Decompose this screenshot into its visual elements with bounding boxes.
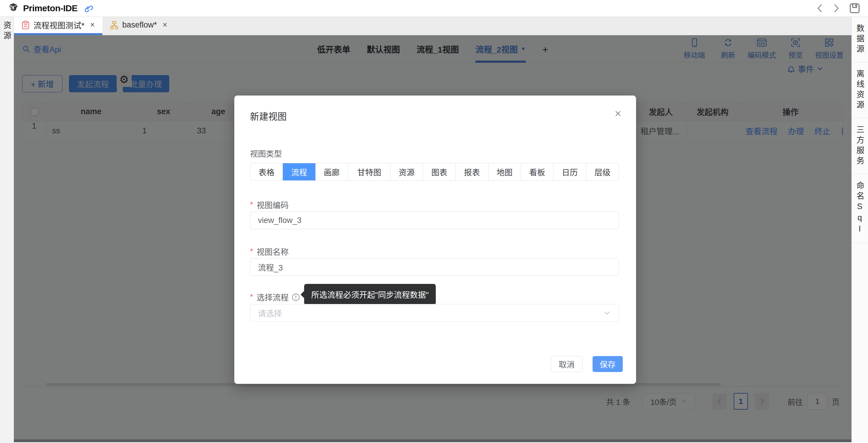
flow-tooltip: 所选流程必须开起"同步流程数据" [304, 284, 436, 305]
view-type-gallery[interactable]: 画廊 [315, 163, 348, 180]
view-type-label: 视图类型 [250, 148, 282, 159]
new-view-modal: 新建视图 × 视图类型 表格 流程 画廊 甘特图 资源 图表 报表 地图 看板 … [234, 96, 636, 384]
flow-doc-icon [110, 21, 118, 30]
modal-footer: 取消 保存 [551, 356, 623, 372]
tooltip-arrow [301, 291, 304, 298]
view-type-segment: 表格 流程 画廊 甘特图 资源 图表 报表 地图 看板 日历 层级 [250, 163, 619, 181]
app-header: Primeton-IDE [0, 0, 868, 17]
app-title: Primeton-IDE [23, 3, 78, 13]
rail-item-named-sql[interactable]: 命名Sql [852, 174, 868, 243]
doc-tab-bar: 流程视图测试* × baseflow* × [14, 17, 851, 35]
view-type-gantt[interactable]: 甘特图 [348, 163, 390, 180]
view-type-calendar[interactable]: 日历 [553, 163, 586, 180]
doc-tab-baseflow[interactable]: baseflow* × [102, 17, 175, 35]
view-name-input[interactable] [250, 258, 619, 276]
close-modal-icon[interactable]: × [615, 108, 621, 119]
close-tab-icon[interactable]: × [162, 21, 167, 30]
nav-back-icon[interactable] [816, 3, 824, 13]
view-type-chart[interactable]: 图表 [423, 163, 455, 180]
select-flow-dropdown[interactable]: 请选择 [250, 304, 619, 322]
select-placeholder: 请选择 [258, 307, 282, 319]
info-icon[interactable] [292, 293, 300, 302]
save-button[interactable]: 保存 [593, 356, 623, 372]
cancel-button[interactable]: 取消 [551, 356, 583, 372]
required-mark: * [250, 292, 253, 302]
view-type-report[interactable]: 报表 [456, 163, 488, 180]
rail-item-offline-resources[interactable]: 离线资源 [852, 62, 868, 118]
rail-item-third-party-services[interactable]: 三方服务 [852, 118, 868, 174]
link-icon[interactable] [83, 3, 93, 13]
doc-tab-flow-view-test[interactable]: 流程视图测试* × [14, 17, 102, 35]
save-icon[interactable] [849, 3, 860, 14]
view-type-map[interactable]: 地图 [488, 163, 521, 180]
bottom-scrollbar[interactable] [14, 439, 851, 442]
view-type-hierarchy[interactable]: 层级 [586, 163, 619, 180]
view-type-table[interactable]: 表格 [250, 163, 282, 180]
view-type-flow[interactable]: 流程 [282, 163, 315, 180]
view-code-input[interactable] [250, 212, 619, 229]
nav-forward-icon[interactable] [833, 3, 840, 13]
right-rail: 数据源 离线资源 三方服务 命名Sql [851, 17, 868, 443]
select-flow-label: * 选择流程 [250, 291, 300, 303]
left-rail: 资源 [0, 17, 14, 443]
view-type-kanban[interactable]: 看板 [521, 163, 553, 180]
required-mark: * [250, 200, 253, 210]
required-mark: * [250, 247, 253, 256]
view-name-label: * 视图名称 [250, 246, 289, 257]
close-tab-icon[interactable]: × [90, 21, 95, 30]
doc-tab-label: baseflow* [122, 21, 157, 30]
doc-tab-label: 流程视图测试* [33, 19, 85, 31]
modal-title: 新建视图 [250, 109, 287, 122]
view-code-label: * 视图编码 [250, 199, 289, 211]
rail-item-datasource[interactable]: 数据源 [852, 17, 868, 62]
view-type-resource[interactable]: 资源 [390, 163, 423, 180]
form-doc-icon [22, 21, 30, 30]
primeton-logo-icon [8, 3, 19, 14]
chevron-down-icon [603, 309, 611, 317]
rail-item-resources[interactable]: 资源 [1, 21, 13, 42]
